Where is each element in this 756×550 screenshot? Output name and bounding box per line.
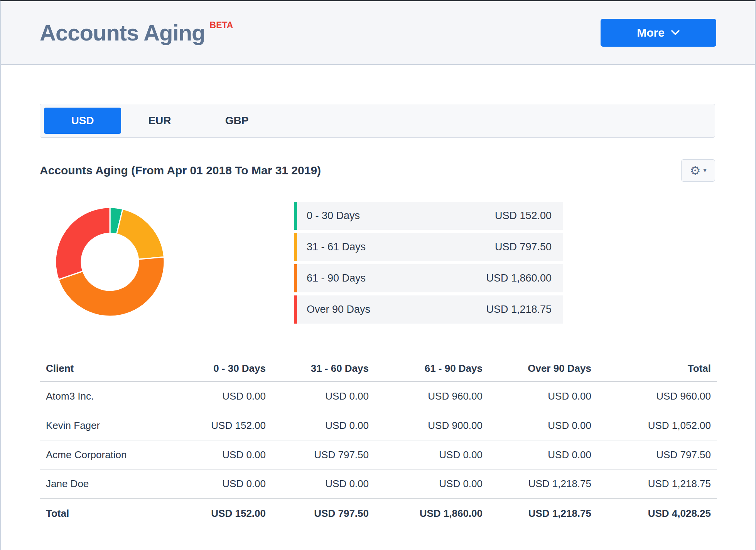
amount-cell: USD 0.00: [272, 411, 375, 440]
tab-usd[interactable]: USD: [44, 108, 121, 134]
table-row: Atom3 Inc.USD 0.00USD 0.00USD 960.00USD …: [40, 381, 717, 411]
amount-cell: USD 900.00: [375, 411, 489, 440]
column-header: 0 - 30 Days: [159, 356, 272, 381]
legend-value: USD 797.50: [495, 241, 552, 253]
legend-row: 31 - 61 DaysUSD 797.50: [294, 233, 563, 261]
donut-segment-3: [56, 208, 110, 280]
column-header: 31 - 60 Days: [272, 356, 375, 381]
amount-cell: USD 1,052.00: [597, 411, 717, 440]
donut-legend: 0 - 30 DaysUSD 152.0031 - 61 DaysUSD 797…: [294, 202, 563, 324]
legend-value: USD 1,218.75: [486, 304, 552, 315]
aging-chart-area: 0 - 30 DaysUSD 152.0031 - 61 DaysUSD 797…: [40, 202, 715, 326]
donut-svg: [52, 204, 168, 320]
total-amount-cell: USD 1,218.75: [489, 499, 597, 528]
report-section-head: Accounts Aging (From Apr 01 2018 To Mar …: [40, 159, 715, 182]
client-name-cell: Kevin Fager: [40, 411, 159, 440]
aging-table-header: Client0 - 30 Days31 - 60 Days61 - 90 Day…: [40, 356, 717, 381]
total-amount-cell: USD 152.00: [159, 499, 272, 528]
column-header: Total: [597, 356, 717, 381]
amount-cell: USD 1,218.75: [597, 469, 717, 499]
amount-cell: USD 0.00: [272, 469, 375, 499]
report-settings-button[interactable]: ⚙ ▾: [681, 159, 715, 182]
tab-gbp[interactable]: GBP: [198, 108, 275, 134]
caret-down-icon: ▾: [703, 167, 706, 174]
amount-cell: USD 960.00: [597, 381, 717, 411]
amount-cell: USD 0.00: [489, 411, 597, 440]
legend-value: USD 1,860.00: [486, 272, 552, 284]
column-header: Client: [40, 356, 159, 381]
amount-cell: USD 0.00: [489, 381, 597, 411]
column-header: Over 90 Days: [489, 356, 597, 381]
legend-color-bar: [294, 264, 297, 292]
legend-label: 0 - 30 Days: [307, 210, 360, 222]
total-amount-cell: USD 4,028.25: [597, 499, 717, 528]
accounts-aging-page: Accounts Aging BETA More USD EUR GBP Acc…: [0, 0, 756, 550]
client-name-cell: Atom3 Inc.: [40, 381, 159, 411]
amount-cell: USD 960.00: [375, 381, 489, 411]
amount-cell: USD 0.00: [375, 440, 489, 469]
report-title: Accounts Aging (From Apr 01 2018 To Mar …: [40, 164, 321, 177]
amount-cell: USD 0.00: [489, 440, 597, 469]
amount-cell: USD 1,218.75: [489, 469, 597, 499]
total-amount-cell: USD 797.50: [272, 499, 375, 528]
legend-row: 61 - 90 DaysUSD 1,860.00: [294, 264, 563, 292]
legend-row: 0 - 30 DaysUSD 152.00: [294, 202, 563, 230]
table-row: Kevin FagerUSD 152.00USD 0.00USD 900.00U…: [40, 411, 717, 440]
donut-segment-1: [116, 209, 164, 259]
table-row: Acme CorporationUSD 0.00USD 797.50USD 0.…: [40, 440, 717, 469]
page-title: Accounts Aging: [40, 22, 205, 44]
aging-table: Client0 - 30 Days31 - 60 Days61 - 90 Day…: [40, 356, 717, 528]
more-button[interactable]: More: [601, 19, 716, 47]
legend-color-bar: [294, 295, 297, 324]
amount-cell: USD 0.00: [159, 440, 272, 469]
legend-value: USD 152.00: [495, 210, 552, 222]
page-header: Accounts Aging BETA More: [1, 1, 755, 65]
page-title-wrap: Accounts Aging BETA: [40, 22, 233, 44]
client-name-cell: Jane Doe: [40, 469, 159, 499]
client-name-cell: Acme Corporation: [40, 440, 159, 469]
legend-label: 61 - 90 Days: [307, 272, 366, 284]
gear-icon: ⚙: [690, 165, 701, 177]
legend-color-bar: [294, 233, 297, 261]
amount-cell: USD 152.00: [159, 411, 272, 440]
legend-label: Over 90 Days: [307, 304, 370, 315]
amount-cell: USD 0.00: [375, 469, 489, 499]
total-amount-cell: USD 1,860.00: [375, 499, 489, 528]
currency-tab-bar: USD EUR GBP: [40, 104, 715, 138]
tab-eur[interactable]: EUR: [121, 108, 198, 134]
amount-cell: USD 0.00: [159, 381, 272, 411]
legend-label: 31 - 61 Days: [307, 241, 366, 253]
legend-color-bar: [294, 202, 297, 230]
main-content: USD EUR GBP Accounts Aging (From Apr 01 …: [1, 104, 755, 528]
amount-cell: USD 797.50: [597, 440, 717, 469]
amount-cell: USD 0.00: [159, 469, 272, 499]
total-label-cell: Total: [40, 499, 159, 528]
legend-row: Over 90 DaysUSD 1,218.75: [294, 295, 563, 324]
aging-donut-chart: [52, 204, 168, 320]
column-header: 61 - 90 Days: [375, 356, 489, 381]
more-button-label: More: [637, 26, 665, 39]
table-row: Jane DoeUSD 0.00USD 0.00USD 0.00USD 1,21…: [40, 469, 717, 499]
beta-badge: BETA: [210, 20, 233, 30]
chevron-down-icon: [671, 30, 680, 35]
amount-cell: USD 0.00: [272, 381, 375, 411]
aging-table-footer: TotalUSD 152.00USD 797.50USD 1,860.00USD…: [40, 499, 717, 528]
amount-cell: USD 797.50: [272, 440, 375, 469]
